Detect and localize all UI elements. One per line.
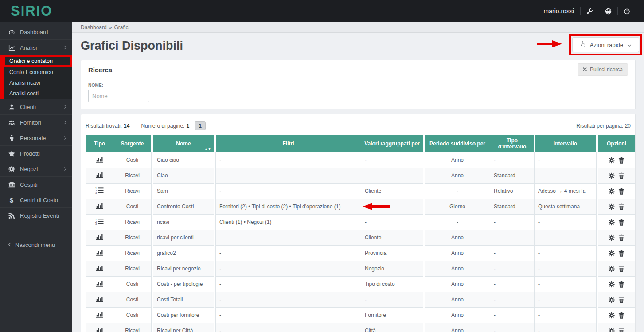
column-header-nome[interactable]: Nome▲▼ bbox=[153, 135, 214, 152]
delete-chart-button[interactable] bbox=[617, 234, 626, 241]
cell-valori-raggruppati: - bbox=[361, 215, 423, 230]
bar-chart-icon bbox=[95, 172, 104, 178]
cell-valori-raggruppati: - bbox=[361, 152, 423, 168]
column-header-filtri[interactable]: Filtri bbox=[216, 135, 361, 152]
column-header-sorgente[interactable]: Sorgente bbox=[113, 135, 152, 152]
trash-icon bbox=[618, 265, 624, 272]
delete-chart-button[interactable] bbox=[617, 187, 626, 195]
sidebar-item-clienti[interactable]: Clienti bbox=[0, 99, 72, 114]
configure-chart-button[interactable] bbox=[607, 156, 617, 164]
bar-chart-icon bbox=[95, 296, 104, 302]
column-header-valori-raggruppati-per[interactable]: Valori raggruppati per bbox=[361, 135, 423, 152]
cell-tipo-intervallo: Standard bbox=[490, 199, 535, 215]
app-logo[interactable]: SIRIO bbox=[0, 0, 72, 22]
x-icon bbox=[583, 66, 587, 73]
cell-intervallo: - bbox=[535, 261, 597, 277]
top-navbar: SIRIO mario.rossi bbox=[0, 0, 644, 22]
clear-search-button[interactable]: Pulisci ricerca bbox=[578, 63, 628, 76]
user-menu[interactable]: mario.rossi bbox=[538, 8, 580, 15]
sidebar-item-negozi[interactable]: Negozi bbox=[0, 161, 72, 176]
sidebar-subitem-grafici-e-contatori[interactable]: Grafici e contatori bbox=[4, 55, 72, 67]
sidebar-item-dashboard[interactable]: Dashboard bbox=[0, 24, 72, 39]
sidebar-item-fornitori[interactable]: Fornitori bbox=[0, 114, 72, 130]
results-found-label: Risultati trovati: bbox=[86, 123, 122, 129]
table-row: Ricaviricavi per clienti-ClienteAnno-- bbox=[86, 230, 635, 246]
configure-chart-button[interactable] bbox=[607, 172, 617, 179]
configure-chart-button[interactable] bbox=[607, 219, 617, 226]
hide-menu-button[interactable]: Nascondi menu bbox=[0, 237, 72, 252]
cell-valori-raggruppati: Cliente bbox=[361, 230, 423, 246]
cell-sorgente: Ricavi bbox=[113, 246, 152, 261]
gear-icon bbox=[609, 172, 615, 179]
cell-valori-raggruppati: Città bbox=[361, 323, 423, 332]
delete-chart-button[interactable] bbox=[617, 219, 626, 226]
name-search-input[interactable] bbox=[88, 90, 149, 102]
table-row: 123RicaviSam-Cliente-RelativoAdesso → 4 … bbox=[86, 184, 635, 199]
configure-chart-button[interactable] bbox=[607, 312, 617, 319]
charts-table: TipoSorgenteNome▲▼FiltriValori raggruppa… bbox=[86, 135, 635, 332]
wrench-icon[interactable] bbox=[581, 8, 599, 15]
cell-filtri: Fornitori (2) • Tipi di costo (2) • Tipi… bbox=[216, 199, 361, 215]
breadcrumb-dashboard[interactable]: Dashboard bbox=[81, 24, 107, 31]
sidebar-subitem-conto-economico[interactable]: Conto Economico bbox=[4, 67, 72, 78]
sidebar-subitem-analisi-ricavi[interactable]: Analisi ricavi bbox=[4, 78, 72, 88]
configure-chart-button[interactable] bbox=[607, 203, 617, 210]
configure-chart-button[interactable] bbox=[607, 296, 617, 303]
column-header-opzioni[interactable]: Opzioni bbox=[598, 135, 635, 152]
bar-chart-icon bbox=[95, 311, 104, 318]
delete-chart-button[interactable] bbox=[617, 250, 626, 257]
configure-chart-button[interactable] bbox=[607, 187, 617, 195]
cell-tipo: 123 bbox=[86, 184, 113, 199]
column-header-intervallo[interactable]: Intervallo bbox=[535, 135, 597, 152]
sidebar-item-analisi[interactable]: Analisi bbox=[0, 39, 72, 55]
annotation-box-quick-actions: Azioni rapide bbox=[569, 34, 642, 55]
app-window: SIRIO mario.rossi DashboardAnalisiGrafic… bbox=[0, 0, 644, 332]
cell-nome: Ciao bbox=[153, 168, 214, 184]
sidebar-item-registro-eventi[interactable]: Registro Eventi bbox=[0, 207, 72, 223]
cell-nome: Ricavi per Città bbox=[153, 323, 214, 332]
bar-chart-icon bbox=[95, 249, 104, 256]
quick-actions-button[interactable]: Azioni rapide bbox=[572, 37, 639, 52]
configure-chart-button[interactable] bbox=[607, 281, 617, 288]
delete-chart-button[interactable] bbox=[617, 327, 626, 332]
table-header-row: TipoSorgenteNome▲▼FiltriValori raggruppa… bbox=[86, 135, 635, 152]
gear-icon bbox=[609, 281, 615, 287]
chevron-down-icon bbox=[627, 42, 632, 48]
cell-sorgente: Costi bbox=[113, 308, 152, 323]
sidebar-item-cespiti[interactable]: Cespiti bbox=[0, 176, 72, 192]
trash-icon bbox=[618, 203, 624, 210]
trash-icon bbox=[618, 156, 624, 163]
cell-nome: grafico2 bbox=[153, 246, 214, 261]
column-header-tipo[interactable]: Tipo bbox=[86, 135, 113, 152]
delete-chart-button[interactable] bbox=[617, 172, 626, 179]
column-header-periodo-suddiviso-per[interactable]: Periodo suddiviso per bbox=[425, 135, 490, 152]
configure-chart-button[interactable] bbox=[607, 265, 617, 272]
sidebar-item-personale[interactable]: Personale bbox=[0, 130, 72, 145]
cell-nome: Confronto Costi bbox=[153, 199, 214, 215]
sidebar-subitem-analisi-costi[interactable]: Analisi costi bbox=[4, 88, 72, 99]
gear-icon bbox=[609, 156, 615, 163]
delete-chart-button[interactable] bbox=[617, 265, 626, 272]
cell-tipo bbox=[86, 323, 113, 332]
sidebar-item-prodotti[interactable]: Prodotti bbox=[0, 145, 72, 161]
cell-filtri: - bbox=[216, 168, 361, 184]
delete-chart-button[interactable] bbox=[617, 156, 626, 164]
configure-chart-button[interactable] bbox=[607, 327, 617, 332]
delete-chart-button[interactable] bbox=[617, 281, 626, 288]
dashboard-icon bbox=[8, 29, 16, 35]
configure-chart-button[interactable] bbox=[607, 250, 617, 257]
configure-chart-button[interactable] bbox=[607, 234, 617, 241]
breadcrumb-separator: » bbox=[109, 24, 112, 31]
column-header-tipo-d-intervallo[interactable]: Tipo d'intervallo bbox=[490, 135, 535, 152]
table-row: CostiConfronto CostiFornitori (2) • Tipi… bbox=[86, 199, 635, 215]
delete-chart-button[interactable] bbox=[617, 203, 626, 210]
delete-chart-button[interactable] bbox=[617, 296, 626, 303]
power-icon[interactable] bbox=[618, 8, 636, 15]
cell-filtri: - bbox=[216, 323, 361, 332]
cell-opzioni bbox=[598, 184, 635, 199]
sidebar-item-centri-di-costo[interactable]: $Centri di Costo bbox=[0, 192, 72, 207]
sort-icons[interactable]: ▲▼ bbox=[204, 148, 211, 151]
page-1-button[interactable]: 1 bbox=[195, 121, 206, 130]
globe-icon[interactable] bbox=[599, 8, 617, 15]
delete-chart-button[interactable] bbox=[617, 312, 626, 319]
